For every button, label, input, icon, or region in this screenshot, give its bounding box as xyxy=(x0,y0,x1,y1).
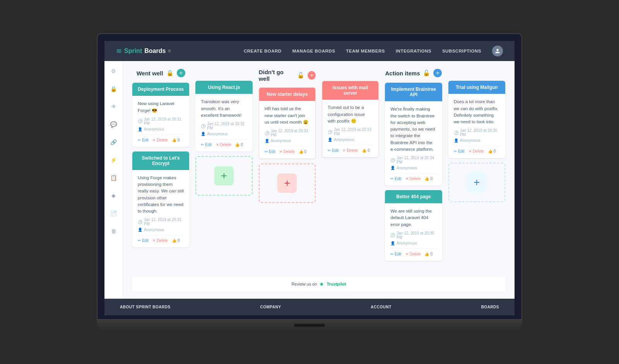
card-mailgun-date: 🕐 Jan 12, 2019 at 20:35 PM xyxy=(454,128,500,137)
delete-button[interactable]: ✕ Delete xyxy=(342,148,358,153)
sidebar-eye-icon[interactable]: 👁 xyxy=(108,101,119,112)
clock-icon: 🕐 xyxy=(265,131,269,135)
delete-button[interactable]: ✕ Delete xyxy=(405,252,421,256)
sidebar-trash-icon[interactable]: 🗑 xyxy=(108,226,119,236)
main-content: ⚙ 🔒 👁 💬 🔗 ⚡ 📋 ◆ 📄 🗑 xyxy=(104,61,515,299)
trustpilot-bar: Review us on ★ Trustpilot xyxy=(132,277,505,291)
card-mailgun: Trial using Mailgun Does a lot more than… xyxy=(448,81,505,158)
column-didnt-go-well-header: Didn't go well 🔓 + xyxy=(259,69,316,82)
card-404-actions: ✏ Edit ✕ Delete 👍 0 xyxy=(390,248,436,256)
card-new-starter-text: HR has told us the new starter can't joi… xyxy=(265,105,310,126)
trustpilot-text: Review us on xyxy=(291,282,317,286)
column-action-items: Action items 🔓 + Implement Braintree API… xyxy=(385,69,442,265)
clock-icon: 🕐 xyxy=(138,220,142,224)
card-reactjs-body: Transition was very smooth. It's an exce… xyxy=(195,94,252,151)
edit-button[interactable]: ✏ Edit xyxy=(328,148,339,153)
edit-button[interactable]: ✏ Edit xyxy=(138,238,149,243)
footer: ABOUT SPRINT BOARDS COMPANY ACCOUNT BOAR… xyxy=(104,299,515,315)
footer-boards[interactable]: BOARDS xyxy=(481,305,499,309)
column-went-well: Went well 🔒 + Deployment Process Now usi… xyxy=(132,69,189,265)
sidebar-link-icon[interactable]: 🔗 xyxy=(108,137,119,148)
sidebar-board-icon[interactable]: 📋 xyxy=(108,172,119,183)
delete-button[interactable]: ✕ Delete xyxy=(469,149,484,153)
footer-account[interactable]: ACCOUNT xyxy=(371,305,392,309)
clock-icon: 🕐 xyxy=(454,131,458,135)
card-lets-encrypt-header: Switched to Let's Encrypt xyxy=(132,151,189,170)
card-reactjs-date: 🕐 Jan 12, 2019 at 20:32 PM xyxy=(201,122,247,130)
delete-button[interactable]: ✕ Delete xyxy=(405,177,421,181)
went-well-add-button[interactable]: + xyxy=(177,69,185,77)
column-title-went-well: Went well xyxy=(137,70,163,77)
logo-sprint: Sprint xyxy=(124,48,142,54)
card-lets-encrypt-date: 🕐 Jan 12, 2019 at 20:32 PM xyxy=(138,218,184,226)
card-braintree-body: We're finally making the switch to Brain… xyxy=(385,101,442,185)
like-count: 👍 0 xyxy=(424,252,433,256)
sidebar-settings-icon[interactable]: ⚙ xyxy=(108,66,119,77)
footer-company[interactable]: COMPANY xyxy=(260,305,281,309)
nav-links: CREATE BOARD MANAGE BOARDS TEAM MEMBERS … xyxy=(244,46,503,56)
card-new-starter-date: 🕐 Jan 12, 2019 at 20:33 PM xyxy=(265,129,310,137)
card-braintree-date: 🕐 Jan 12, 2019 at 20:34 PM xyxy=(390,156,436,164)
card-mailgun-author: 👤 Anonymous xyxy=(454,138,500,143)
user-icon: 👤 xyxy=(328,138,332,142)
action-items-add-button[interactable]: + xyxy=(433,69,442,77)
sidebar-lock-icon[interactable]: 🔒 xyxy=(108,83,119,94)
delete-button[interactable]: ✕ Delete xyxy=(216,143,231,147)
clock-icon: 🕐 xyxy=(328,130,332,134)
card-lets-encrypt: Switched to Let's Encrypt Using Forge ma… xyxy=(132,151,189,248)
nav-integrations[interactable]: INTEGRATIONS xyxy=(396,49,431,53)
footer-about[interactable]: ABOUT SPRINT BOARDS xyxy=(120,305,171,309)
card-reactjs-author: 👤 Anonymous xyxy=(201,132,247,136)
card-new-starter-author: 👤 Anonymous xyxy=(265,139,310,143)
card-lets-encrypt-author: 👤 Anonymous xyxy=(138,228,184,232)
nav-manage-boards[interactable]: MANAGE BOARDS xyxy=(292,49,335,53)
like-count: 👍 0 xyxy=(424,177,433,181)
column-didnt-go-well: Didn't go well 🔓 + New starter delays HR… xyxy=(259,69,316,265)
add-card-action-items-2[interactable]: + xyxy=(448,163,505,202)
sidebar-filter-icon[interactable]: ⚡ xyxy=(108,155,119,165)
add-card-went-well-2[interactable]: + xyxy=(195,156,252,196)
card-mail-server-date: 🕐 Jan 12, 2019 at 20:33 PM xyxy=(328,128,373,136)
card-mail-server-author: 👤 Anonymous xyxy=(328,138,373,142)
card-braintree-author: 👤 Anonymous xyxy=(390,166,436,170)
logo-reg: ® xyxy=(168,49,171,53)
user-avatar[interactable] xyxy=(492,46,503,56)
logo: ≋ Sprint Boards ® xyxy=(116,47,171,55)
edit-button[interactable]: ✏ Edit xyxy=(138,138,149,142)
clock-icon: 🕐 xyxy=(390,158,395,162)
card-lets-encrypt-body: Using Forge makes provisioning them real… xyxy=(132,170,189,248)
nav-create-board[interactable]: CREATE BOARD xyxy=(244,49,282,53)
nav-subscriptions[interactable]: SUBSCRIPTIONS xyxy=(442,49,481,53)
nav-team-members[interactable]: TEAM MEMBERS xyxy=(346,49,385,53)
card-mailgun-actions: ✏ Edit ✕ Delete 👍 0 xyxy=(454,146,500,153)
edit-button[interactable]: ✏ Edit xyxy=(454,149,465,153)
column-action-items-header: Action items 🔓 + xyxy=(385,69,442,77)
column-went-well-header: Went well 🔒 + xyxy=(132,69,189,77)
card-deployment-header: Deployment Process xyxy=(132,83,189,96)
edit-button[interactable]: ✏ Edit xyxy=(390,177,401,181)
column-action-items-2: Action items Trial using Mailgun Does a … xyxy=(448,69,505,265)
add-card-didnt-go-well[interactable]: + xyxy=(259,163,316,203)
sidebar-doc-icon[interactable]: 📄 xyxy=(108,208,119,219)
sidebar: ⚙ 🔒 👁 💬 🔗 ⚡ 📋 ◆ 📄 🗑 xyxy=(104,61,123,299)
action-items-lock-icon: 🔓 xyxy=(423,70,430,77)
sidebar-diamond-icon[interactable]: ◆ xyxy=(108,190,119,201)
user-icon: 👤 xyxy=(138,228,142,232)
didnt-go-well-add-button[interactable]: + xyxy=(308,71,316,80)
user-icon: 👤 xyxy=(454,138,458,143)
delete-button[interactable]: ✕ Delete xyxy=(152,138,168,142)
card-mailgun-body: Does a lot more than we can do with post… xyxy=(448,94,505,158)
card-reactjs-text: Transition was very smooth. It's an exce… xyxy=(201,99,247,119)
sidebar-chat-icon[interactable]: 💬 xyxy=(108,119,119,130)
trustpilot-name: Trustpilot xyxy=(327,282,346,286)
delete-button[interactable]: ✕ Delete xyxy=(152,238,168,243)
edit-button[interactable]: ✏ Edit xyxy=(201,143,212,147)
columns-wrapper: Went well 🔒 + Deployment Process Now usi… xyxy=(132,69,505,265)
like-count: 👍 0 xyxy=(172,238,180,243)
card-404: Better 404 page We are still using the d… xyxy=(385,190,442,261)
like-count: 👍 0 xyxy=(362,148,370,153)
edit-button[interactable]: ✏ Edit xyxy=(265,150,275,154)
card-reactjs-header: Using React.js xyxy=(195,81,252,94)
delete-button[interactable]: ✕ Delete xyxy=(279,150,295,154)
edit-button[interactable]: ✏ Edit xyxy=(390,252,401,256)
